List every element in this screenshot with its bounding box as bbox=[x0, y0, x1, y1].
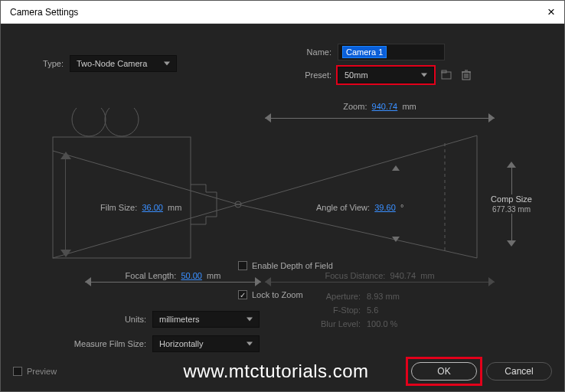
cancel-button[interactable]: Cancel bbox=[486, 362, 552, 381]
film-size-unit: mm bbox=[168, 203, 181, 212]
measure-select[interactable]: Horizontally bbox=[152, 335, 260, 352]
zoom-indicator: Zoom: 940.74 mm bbox=[265, 113, 495, 125]
comp-size-value: 677.33 bbox=[492, 205, 516, 214]
comp-size-indicator: Comp Size 677.33 mm bbox=[485, 162, 538, 247]
chevron-down-icon bbox=[421, 74, 427, 77]
lock-to-zoom-checkbox[interactable] bbox=[238, 290, 247, 299]
angle-label: Angle of View: bbox=[316, 203, 370, 212]
trash-icon[interactable] bbox=[459, 67, 474, 83]
svg-line-14 bbox=[238, 136, 477, 204]
camera-diagram: Zoom: 940.74 mm Film Size: 36.00 mm Angl… bbox=[47, 108, 521, 269]
angle-value[interactable]: 39.60 bbox=[374, 203, 396, 212]
aperture-value: 8.93 bbox=[367, 292, 383, 301]
type-select[interactable]: Two-Node Camera bbox=[70, 55, 177, 72]
film-size-value[interactable]: 36.00 bbox=[142, 203, 163, 212]
preset-select-value: 50mm bbox=[345, 70, 368, 80]
folder-icon[interactable] bbox=[439, 67, 454, 83]
svg-point-9 bbox=[105, 108, 139, 136]
close-icon[interactable]: × bbox=[547, 5, 555, 18]
svg-line-15 bbox=[238, 204, 477, 258]
ok-button[interactable]: OK bbox=[411, 362, 477, 381]
preset-label: Preset: bbox=[282, 70, 331, 80]
type-select-value: Two-Node Camera bbox=[77, 59, 147, 68]
fstop-value: 5.6 bbox=[367, 305, 378, 315]
units-select[interactable]: millimeters bbox=[152, 311, 260, 328]
blur-value: 100.0 bbox=[367, 319, 388, 328]
svg-rect-10 bbox=[53, 137, 191, 258]
units-select-value: millimeters bbox=[159, 315, 200, 324]
preview-label: Preview bbox=[27, 367, 57, 376]
film-size-label: Film Size: bbox=[100, 203, 137, 212]
watermark-text: www.mtctutorials.com bbox=[184, 361, 369, 382]
blur-unit: % bbox=[390, 319, 398, 328]
svg-point-8 bbox=[72, 108, 106, 136]
dialog-body: Type: Two-Node Camera Name: Camera 1 Pre… bbox=[1, 24, 564, 391]
chevron-down-icon bbox=[247, 342, 253, 346]
measure-select-value: Horizontally bbox=[159, 339, 203, 348]
dof-section: Enable Depth of Field Lock to Zoom bbox=[47, 261, 534, 302]
comp-size-unit: mm bbox=[518, 205, 531, 214]
zoom-label: Zoom: bbox=[343, 102, 367, 111]
film-size-arrow bbox=[60, 152, 71, 257]
preset-select[interactable]: 50mm bbox=[338, 67, 434, 83]
lock-to-zoom-label: Lock to Zoom bbox=[252, 290, 303, 299]
chevron-down-icon bbox=[247, 318, 253, 322]
titlebar: Camera Settings × bbox=[1, 1, 564, 24]
comp-size-label: Comp Size bbox=[491, 194, 532, 204]
zoom-value[interactable]: 940.74 bbox=[372, 102, 398, 111]
svg-line-11 bbox=[53, 151, 238, 204]
zoom-unit: mm bbox=[402, 102, 416, 111]
enable-dof-label: Enable Depth of Field bbox=[252, 261, 333, 270]
name-label: Name: bbox=[282, 47, 331, 57]
aperture-label: Aperture: bbox=[307, 292, 361, 301]
dof-readouts: Aperture: 8.93 mm F-Stop: 5.6 Blur Level… bbox=[307, 292, 400, 328]
preview-checkbox[interactable] bbox=[13, 367, 22, 376]
units-section: Units: millimeters Measure Film Size: Ho… bbox=[62, 311, 260, 352]
blur-label: Blur Level: bbox=[307, 319, 361, 328]
camera-settings-window: Camera Settings × Type: Two-Node Camera … bbox=[0, 0, 565, 392]
chevron-down-icon bbox=[164, 62, 170, 66]
measure-label: Measure Film Size: bbox=[62, 339, 146, 348]
name-input-value: Camera 1 bbox=[343, 47, 386, 57]
svg-line-12 bbox=[53, 204, 238, 258]
enable-dof-checkbox[interactable] bbox=[238, 261, 247, 270]
fstop-label: F-Stop: bbox=[307, 305, 361, 315]
angle-unit: ° bbox=[400, 203, 403, 212]
units-label: Units: bbox=[62, 315, 146, 324]
aperture-unit: mm bbox=[385, 292, 399, 301]
footer: Preview www.mtctutorials.com OK Cancel bbox=[13, 361, 552, 382]
type-label: Type: bbox=[1, 59, 64, 68]
name-input[interactable]: Camera 1 bbox=[338, 44, 445, 60]
window-title: Camera Settings bbox=[10, 7, 78, 18]
